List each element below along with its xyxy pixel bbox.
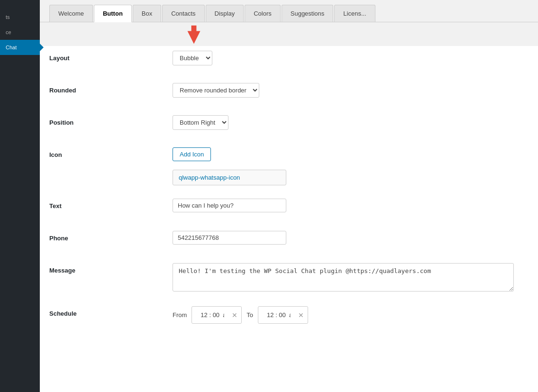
tab-colors[interactable]: Colors (245, 5, 281, 22)
sidebar: ts ce Chat (0, 0, 40, 392)
text-control (173, 199, 529, 212)
sidebar-chat-label: Chat (6, 45, 17, 50)
sidebar-ce-label: ce (6, 29, 11, 35)
svg-marker-0 (188, 26, 201, 44)
to-time-wrap: ✕ (258, 306, 308, 324)
sidebar-item-ce[interactable]: ce (0, 25, 40, 40)
icon-row: Icon Add Icon qlwapp-whatsapp-icon (49, 147, 529, 185)
tab-suggestions[interactable]: Suggestions (282, 5, 334, 22)
tab-welcome[interactable]: Welcome (49, 5, 93, 22)
from-label: From (173, 311, 187, 319)
message-row: Message Hello! I'm testing the WP Social… (49, 263, 529, 293)
tab-contacts[interactable]: Contacts (162, 5, 204, 22)
position-select[interactable]: Bottom Right Bottom Left Top Right Top L… (173, 115, 228, 130)
rounded-control: Remove rounded border Small Medium Large… (173, 83, 529, 98)
form-wrapper: Layout Bubble Classic Full Rounded Remov… (40, 46, 538, 392)
schedule-label: Schedule (49, 306, 173, 317)
message-textarea[interactable]: Hello! I'm testing the WP Social Chat pl… (173, 263, 514, 292)
main-content: Welcome Button Box Contacts Display Colo… (40, 0, 538, 392)
message-control: Hello! I'm testing the WP Social Chat pl… (173, 263, 529, 293)
sidebar-item-chat[interactable]: Chat (0, 40, 40, 55)
to-time-close-icon[interactable]: ✕ (298, 311, 304, 319)
layout-label: Layout (49, 51, 173, 62)
position-control: Bottom Right Bottom Left Top Right Top L… (173, 115, 529, 130)
tab-licens[interactable]: Licens... (334, 5, 375, 22)
rounded-select[interactable]: Remove rounded border Small Medium Large… (173, 83, 259, 98)
icon-label: Icon (49, 147, 173, 158)
tab-display[interactable]: Display (206, 5, 244, 22)
icon-name-field: qlwapp-whatsapp-icon (173, 170, 286, 185)
from-time-close-icon[interactable]: ✕ (232, 311, 237, 319)
to-time-input[interactable] (262, 309, 295, 321)
phone-label: Phone (49, 231, 173, 242)
message-label: Message (49, 263, 173, 274)
sidebar-ts-label: ts (6, 14, 10, 20)
text-row: Text (49, 199, 529, 218)
icon-control: Add Icon qlwapp-whatsapp-icon (173, 147, 529, 185)
arrow-indicator (40, 22, 538, 46)
rounded-row: Rounded Remove rounded border Small Medi… (49, 83, 529, 102)
rounded-label: Rounded (49, 83, 173, 94)
from-time-wrap: ✕ (191, 306, 242, 324)
schedule-row: Schedule From ✕ To ✕ (49, 306, 529, 325)
layout-row: Layout Bubble Classic Full (49, 51, 529, 70)
sidebar-item-ts[interactable]: ts (0, 9, 40, 25)
text-label: Text (49, 199, 173, 210)
position-label: Position (49, 115, 173, 126)
tabs-bar: Welcome Button Box Contacts Display Colo… (40, 0, 538, 22)
phone-row: Phone (49, 231, 529, 250)
to-label: To (246, 311, 253, 319)
from-time-input[interactable] (196, 309, 229, 321)
schedule-inputs: From ✕ To ✕ (173, 306, 529, 324)
phone-control (173, 231, 529, 245)
phone-input[interactable] (173, 231, 286, 245)
tab-button[interactable]: Button (94, 5, 132, 22)
schedule-control: From ✕ To ✕ (173, 306, 529, 324)
tab-box[interactable]: Box (133, 5, 161, 22)
position-row: Position Bottom Right Bottom Left Top Ri… (49, 115, 529, 134)
layout-select[interactable]: Bubble Classic Full (173, 51, 212, 65)
layout-control: Bubble Classic Full (173, 51, 529, 65)
text-input[interactable] (173, 199, 286, 212)
add-icon-button[interactable]: Add Icon (173, 147, 211, 161)
